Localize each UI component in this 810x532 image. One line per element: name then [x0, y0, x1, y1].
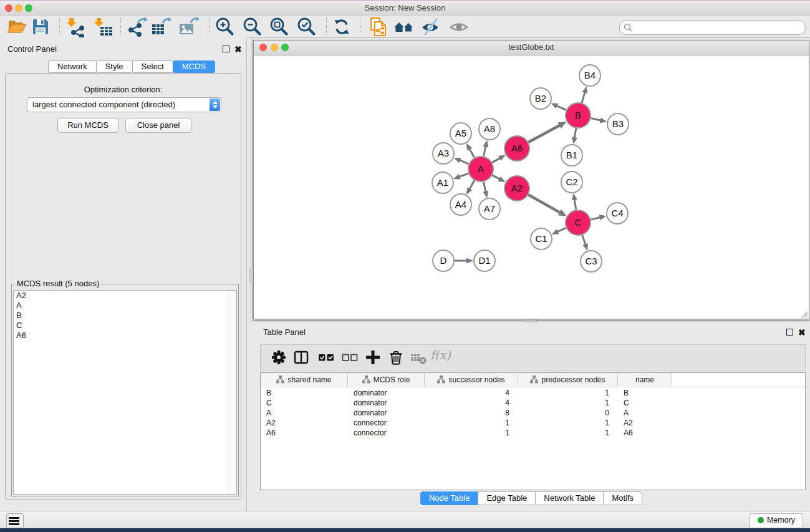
graph-node-A4[interactable]: A4 — [450, 194, 471, 215]
graph-edge-A-A7[interactable] — [483, 182, 488, 198]
graph-node-C3[interactable]: C3 — [581, 251, 602, 272]
tab-network-table[interactable]: Network Table — [535, 491, 604, 505]
destroy-table-button[interactable] — [410, 349, 427, 366]
graph-node-D1[interactable]: D1 — [474, 250, 495, 271]
import-table-icon — [93, 16, 114, 37]
zoom-out-button[interactable] — [242, 17, 263, 37]
graph-edge-B-B4[interactable] — [582, 86, 587, 103]
import-table-button[interactable] — [93, 17, 114, 37]
column-header-predecessor-nodes[interactable]: predecessor nodes — [518, 373, 618, 386]
graph-node-A6[interactable]: A6 — [504, 136, 529, 161]
graph-node-A3[interactable]: A3 — [433, 143, 454, 164]
graph-edge-C-C4[interactable] — [591, 215, 606, 220]
task-history-button[interactable] — [6, 513, 24, 528]
close-panel-icon[interactable]: ✖ — [234, 46, 242, 53]
column-header-MCDS-role[interactable]: MCDS role — [348, 373, 425, 386]
show-graphics-details-button[interactable] — [448, 17, 470, 37]
run-mcds-button[interactable]: Run MCDS — [57, 118, 118, 133]
close-table-panel-icon[interactable]: ✖ — [798, 329, 806, 336]
result-scrollbar[interactable] — [228, 291, 236, 494]
graph-node-A[interactable]: A — [468, 157, 493, 181]
result-list-item: A — [14, 301, 236, 311]
float-table-panel-icon[interactable] — [786, 329, 793, 336]
graph-node-C2[interactable]: C2 — [561, 172, 582, 193]
table-row[interactable]: A2connector11A2 — [261, 418, 805, 428]
tab-motifs[interactable]: Motifs — [603, 491, 642, 505]
tab-node-table[interactable]: Node Table — [420, 491, 479, 505]
graph-edge-A-A1[interactable] — [453, 173, 468, 179]
graph-edge-D-D1[interactable] — [455, 258, 473, 264]
deselect-all-button[interactable] — [341, 349, 359, 366]
graph-edge-C-C2[interactable] — [572, 193, 577, 210]
graph-edge-A2-C[interactable] — [528, 195, 566, 216]
graph-edge-A-A4[interactable] — [466, 180, 475, 195]
graph-node-D[interactable]: D — [433, 250, 454, 271]
tab-mcds[interactable]: MCDS — [173, 60, 215, 73]
graph-node-B[interactable]: B — [566, 103, 591, 128]
import-network-button[interactable] — [65, 17, 87, 37]
graph-edge-B-B3[interactable] — [591, 117, 607, 123]
graph-edge-A-A8[interactable] — [483, 140, 488, 157]
graph-edge-C-C3[interactable] — [582, 235, 588, 251]
network-from-selection-button[interactable] — [368, 17, 389, 37]
tab-network[interactable]: Network — [48, 60, 97, 73]
network-canvas[interactable]: AA1A2A3A4A5A6A7A8BB1B2B3B4CC1C2C3C4DD1 — [254, 56, 809, 319]
split-view-button[interactable] — [292, 349, 310, 366]
tab-style[interactable]: Style — [96, 60, 133, 73]
home-layout-button[interactable] — [393, 17, 415, 37]
table-row[interactable]: Adominator80A — [261, 408, 805, 418]
column-header-successor-nodes[interactable]: successor nodes — [425, 373, 518, 386]
zoom-in-button[interactable] — [215, 17, 236, 37]
graph-edge-B-B1[interactable] — [572, 128, 577, 144]
graph-node-A2[interactable]: A2 — [504, 176, 529, 201]
export-image-button[interactable] — [178, 17, 199, 37]
export-network-button[interactable] — [127, 17, 148, 37]
select-all-button[interactable] — [317, 349, 335, 366]
export-table-button[interactable] — [150, 17, 171, 37]
svg-text:B: B — [575, 110, 581, 120]
save-session-button[interactable] — [30, 17, 51, 37]
table-row[interactable]: Cdominator41C — [261, 398, 805, 408]
graph-node-C4[interactable]: C4 — [607, 203, 628, 224]
graph-node-B3[interactable]: B3 — [607, 114, 629, 135]
graph-node-C1[interactable]: C1 — [531, 228, 552, 249]
graph-node-A1[interactable]: A1 — [432, 172, 453, 193]
criterion-select[interactable]: largest connected component (directed) — [27, 97, 221, 112]
zoom-selected-button[interactable] — [296, 17, 317, 37]
graph-edge-A6-B[interactable] — [528, 122, 566, 142]
add-column-button[interactable] — [364, 349, 382, 366]
graph-node-B2[interactable]: B2 — [530, 88, 551, 109]
resize-grip-icon[interactable] — [799, 309, 808, 318]
open-file-button[interactable] — [6, 17, 27, 37]
float-panel-icon[interactable] — [223, 46, 229, 52]
graph-edge-C-C1[interactable] — [551, 228, 566, 234]
graph-edge-B-B2[interactable] — [551, 103, 566, 110]
graph-edge-A-A6[interactable] — [492, 155, 505, 162]
tab-edge-table[interactable]: Edge Table — [478, 491, 536, 505]
graph-node-B4[interactable]: B4 — [579, 65, 600, 86]
graph-edge-A-A2[interactable] — [493, 175, 506, 182]
graph-node-A8[interactable]: A8 — [479, 118, 500, 140]
table-row[interactable]: A6connector11A6 — [261, 428, 805, 438]
graph-node-B1[interactable]: B1 — [561, 145, 582, 166]
graph-node-A5[interactable]: A5 — [450, 123, 471, 144]
close-panel-button[interactable]: Close panel — [125, 118, 191, 133]
apply-function-button[interactable]: f(x) — [430, 348, 451, 362]
table-settings-button[interactable] — [270, 349, 287, 366]
tab-select[interactable]: Select — [132, 60, 173, 73]
graph-node-A7[interactable]: A7 — [479, 198, 500, 220]
table-row[interactable]: Bdominator41B — [261, 388, 805, 398]
open-folder-icon — [6, 16, 27, 37]
column-header-shared-name[interactable]: shared name — [261, 373, 348, 386]
column-header-name[interactable]: name — [618, 373, 672, 386]
search-input[interactable] — [635, 21, 803, 34]
refresh-view-button[interactable] — [331, 17, 352, 37]
cell-name: B — [618, 388, 672, 398]
zoom-fit-button[interactable] — [269, 17, 290, 37]
delete-column-button[interactable] — [387, 349, 405, 366]
graph-node-C[interactable]: C — [566, 210, 591, 235]
hide-graphics-details-button[interactable] — [420, 17, 441, 37]
graph-edge-A-A3[interactable] — [454, 158, 469, 164]
graph-edge-A-A5[interactable] — [466, 143, 475, 158]
memory-button[interactable]: Memory — [750, 513, 803, 528]
